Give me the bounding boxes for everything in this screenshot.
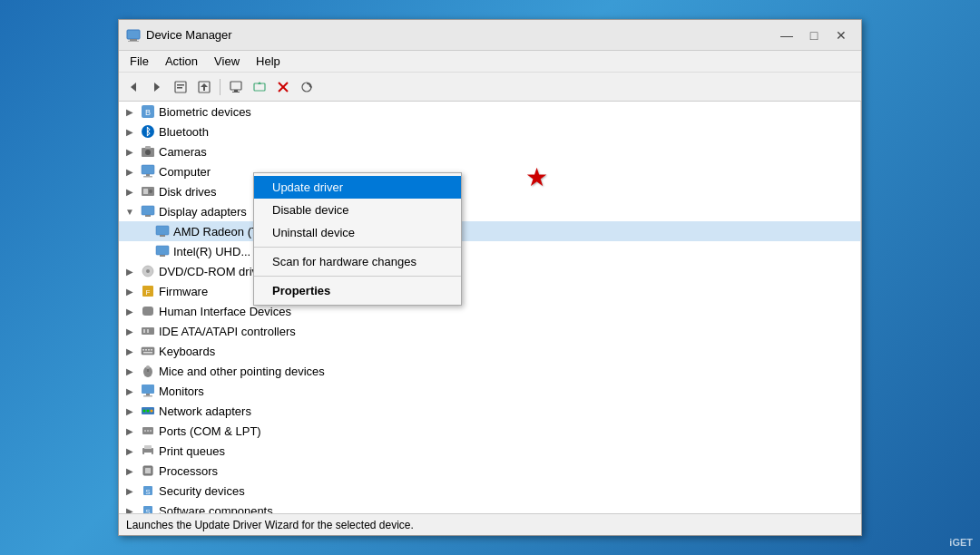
menu-help[interactable]: Help [249,53,288,70]
icon-hid [141,304,155,318]
svg-rect-44 [143,329,145,333]
minimize-button[interactable]: — [774,25,799,45]
tree-item-hid[interactable]: ▶ Human Interface Devices [119,301,860,321]
ctx-disable-device[interactable]: Disable device [254,199,461,221]
add-device-button[interactable] [249,76,270,98]
back-button[interactable] [122,76,144,98]
close-button[interactable]: ✕ [828,25,854,45]
expand-ports[interactable]: ▶ [122,424,137,438]
expand-monitors[interactable]: ▶ [122,384,137,398]
svg-marker-9 [201,83,208,91]
toolbar [119,73,861,102]
expand-ide[interactable]: ▶ [122,324,137,338]
tree-item-biometric[interactable]: ▶ B Biometric devices [119,102,860,122]
update-driver-button[interactable] [193,76,215,98]
svg-rect-6 [177,84,184,86]
icon-computer [141,164,155,179]
properties-toolbar-button[interactable] [170,76,191,98]
svg-text:ᛒ: ᛒ [145,126,152,137]
tree-item-ports[interactable]: ▶ Ports (COM & LPT) [119,421,860,441]
tree-item-softcomp[interactable]: ▶ S Software components [119,501,860,513]
expand-cameras[interactable]: ▶ [122,144,137,159]
expand-keyboards[interactable]: ▶ [122,344,137,358]
scan-hardware-button[interactable] [296,76,318,98]
tree-item-keyboards[interactable]: ▶ Keyboards [119,341,860,361]
svg-rect-34 [156,226,169,235]
label-hid: Human Interface Devices [159,305,291,318]
ctx-scan-hardware[interactable]: Scan for hardware changes [254,250,461,273]
tree-item-cameras[interactable]: ▶ Cameras [119,141,860,161]
icon-display [141,204,155,219]
expand-hid[interactable]: ▶ [122,304,137,318]
tree-item-firmware[interactable]: ▶ F Firmware [119,281,860,301]
tree-item-print[interactable]: ▶ Print queues [119,441,860,461]
expand-security[interactable]: ▶ [122,483,137,498]
svg-point-31 [149,190,152,193]
tree-item-computer[interactable]: ▶ Computer [119,161,860,181]
tree-item-monitors[interactable]: ▶ Monitors [119,381,860,401]
icon-disk [141,184,155,199]
svg-rect-48 [145,349,147,351]
expand-mice[interactable]: ▶ [122,364,137,378]
label-disk: Disk drives [159,185,217,199]
expand-firmware[interactable]: ▶ [122,284,137,298]
svg-point-24 [145,150,151,155]
tree-item-processors[interactable]: ▶ Processors [119,461,860,481]
maximize-button[interactable]: □ [801,25,827,45]
expand-dvd[interactable]: ▶ [122,264,137,278]
tree-item-intel[interactable]: ▶ Intel(R) UHD... [119,241,860,261]
menu-view[interactable]: View [207,53,247,70]
menu-bar: File Action View Help [119,51,861,73]
main-area: ▶ B Biometric devices ▶ ᛒ Bluetooth ▶ [119,102,861,513]
context-menu: Update driver Disable device Uninstall d… [253,172,462,306]
forward-button[interactable] [146,76,168,98]
expand-network[interactable]: ▶ [122,404,137,418]
svg-rect-0 [127,30,140,39]
tree-item-amd[interactable]: ▶ AMD Radeon (TM) RX 640 [119,221,860,241]
icon-processors [141,463,155,478]
remove-device-button[interactable] [272,76,294,98]
tree-item-mice[interactable]: ▶ Mice and other pointing devices [119,361,860,381]
tree-item-network[interactable]: ▶ Network adapters [119,401,860,421]
expand-disk[interactable]: ▶ [122,184,137,199]
expand-processors[interactable]: ▶ [122,463,137,478]
svg-rect-33 [145,215,151,217]
label-intel: Intel(R) UHD... [173,245,250,258]
expand-softcomp[interactable]: ▶ [122,503,137,513]
ctx-properties[interactable]: Properties [254,279,461,302]
tree-item-security[interactable]: ▶ S Security devices [119,481,860,501]
tree-item-ide[interactable]: ▶ IDE ATA/ATAPI controllers [119,321,860,341]
label-mice: Mice and other pointing devices [159,365,325,378]
tree-item-display[interactable]: ▼ Display adapters [119,201,860,221]
svg-rect-42 [142,307,153,316]
menu-action[interactable]: Action [158,53,205,70]
device-tree[interactable]: ▶ B Biometric devices ▶ ᛒ Bluetooth ▶ [119,102,861,513]
icon-security: S [141,483,155,498]
tree-item-disk[interactable]: ▶ Disk drives [119,181,860,201]
window-title: Device Manager [146,28,774,42]
expand-amd: ▶ [137,224,152,239]
svg-rect-10 [230,82,241,90]
svg-rect-11 [234,90,238,92]
icon-cameras [141,144,155,159]
menu-file[interactable]: File [122,53,156,70]
svg-rect-12 [232,92,240,92]
expand-print[interactable]: ▶ [122,443,137,458]
icon-network [141,404,155,418]
svg-rect-47 [142,349,144,351]
tree-item-dvd[interactable]: ▶ DVD/CD-ROM drives [119,261,860,281]
ctx-uninstall-device[interactable]: Uninstall device [254,221,461,244]
expand-display[interactable]: ▼ [122,204,137,219]
tree-item-bluetooth[interactable]: ▶ ᛒ Bluetooth [119,122,860,141]
svg-point-39 [146,269,150,273]
ctx-update-driver[interactable]: Update driver [254,176,461,199]
expand-biometric[interactable]: ▶ [122,104,137,119]
monitor-icon-button[interactable] [225,76,247,98]
label-processors: Processors [159,464,218,478]
svg-rect-35 [160,235,165,237]
device-manager-window: Device Manager — □ ✕ File Action View He… [118,19,862,536]
svg-rect-46 [142,347,154,355]
expand-bluetooth[interactable]: ▶ [122,124,137,139]
label-monitors: Monitors [159,385,204,398]
expand-computer[interactable]: ▶ [122,164,137,179]
